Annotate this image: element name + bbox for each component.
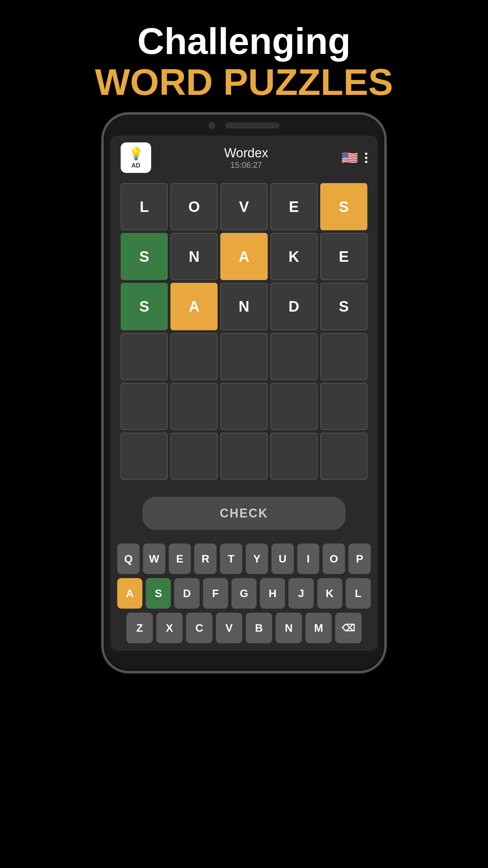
cell-2-4: S xyxy=(320,283,367,330)
dot3 xyxy=(365,161,367,163)
app-content: 💡 AD Wordex 15:06:27 🇺🇸 LOVESSNAKESANDS … xyxy=(110,136,378,651)
cell-1-2: A xyxy=(220,233,267,280)
grid-row-1: SNAKE xyxy=(121,233,367,280)
phone-speaker xyxy=(225,122,280,129)
key-Q[interactable]: Q xyxy=(117,544,140,574)
app-header-right: 🇺🇸 xyxy=(341,150,367,166)
flag-icon: 🇺🇸 xyxy=(341,150,358,166)
key-F[interactable]: F xyxy=(203,578,228,609)
key-S[interactable]: S xyxy=(146,578,171,609)
cell-2-1: A xyxy=(170,283,218,330)
cell-2-3: D xyxy=(270,283,318,330)
check-section: CHECK xyxy=(110,487,378,537)
cell-1-3: K xyxy=(270,233,318,280)
cell-0-4: S xyxy=(320,183,367,230)
cell-1-4: E xyxy=(320,233,367,280)
cell-5-2 xyxy=(220,433,267,480)
cell-0-1: O xyxy=(170,183,218,230)
cell-2-0: S xyxy=(121,283,168,330)
key-M[interactable]: M xyxy=(305,613,332,643)
grid-row-5 xyxy=(121,433,367,480)
app-promo-header: Challenging WORD PUZZLES xyxy=(88,0,400,113)
grid-row-3 xyxy=(121,333,367,380)
lightbulb-icon: 💡 xyxy=(128,146,144,161)
key-T[interactable]: T xyxy=(220,544,242,574)
key-K[interactable]: K xyxy=(317,578,342,609)
cell-2-2: N xyxy=(220,283,267,330)
key-I[interactable]: I xyxy=(297,544,320,574)
app-timer: 15:06:27 xyxy=(224,160,268,170)
key-H[interactable]: H xyxy=(260,578,285,609)
cell-4-3 xyxy=(270,383,318,430)
grid-row-4 xyxy=(121,383,367,430)
key-P[interactable]: P xyxy=(348,544,371,574)
key-L[interactable]: L xyxy=(346,578,371,609)
key-⌫[interactable]: ⌫ xyxy=(335,613,362,643)
cell-1-1: N xyxy=(170,233,218,280)
key-U[interactable]: U xyxy=(271,544,294,574)
key-V[interactable]: V xyxy=(216,613,242,643)
phone-top-bar xyxy=(104,115,384,132)
key-O[interactable]: O xyxy=(323,544,345,574)
promo-line1: Challenging xyxy=(95,20,393,61)
grid-row-0: LOVES xyxy=(121,183,367,230)
key-W[interactable]: W xyxy=(143,544,165,574)
ad-button[interactable]: 💡 AD xyxy=(121,142,151,173)
keyboard-row-2: ASDFGHJKL xyxy=(117,578,371,609)
cell-3-3 xyxy=(270,333,318,380)
key-C[interactable]: C xyxy=(186,613,212,643)
key-X[interactable]: X xyxy=(156,613,183,643)
cell-4-0 xyxy=(121,383,168,430)
cell-0-2: V xyxy=(220,183,267,230)
key-Y[interactable]: Y xyxy=(246,544,268,574)
check-button[interactable]: CHECK xyxy=(142,497,346,530)
menu-button[interactable] xyxy=(365,153,367,163)
cell-3-4 xyxy=(320,333,367,380)
cell-0-0: L xyxy=(121,183,168,230)
grid-row-2: SANDS xyxy=(121,283,367,330)
cell-5-1 xyxy=(170,433,218,480)
cell-5-4 xyxy=(320,433,367,480)
key-E[interactable]: E xyxy=(169,544,191,574)
cell-4-1 xyxy=(170,383,218,430)
cell-5-3 xyxy=(270,433,318,480)
promo-line2: WORD PUZZLES xyxy=(95,61,393,102)
cell-3-1 xyxy=(170,333,218,380)
key-G[interactable]: G xyxy=(231,578,257,609)
key-A[interactable]: A xyxy=(117,578,142,609)
cell-4-2 xyxy=(220,383,267,430)
key-D[interactable]: D xyxy=(174,578,199,609)
dot1 xyxy=(365,153,367,155)
key-B[interactable]: B xyxy=(246,613,272,643)
dot2 xyxy=(365,157,367,159)
keyboard-row-3: ZXCVBNM⌫ xyxy=(117,613,371,643)
cell-3-0 xyxy=(121,333,168,380)
key-R[interactable]: R xyxy=(194,544,217,574)
ad-label: AD xyxy=(131,162,140,169)
cell-3-2 xyxy=(220,333,267,380)
cell-5-0 xyxy=(121,433,168,480)
game-grid: LOVESSNAKESANDS xyxy=(110,180,378,487)
keyboard-row-1: QWERTYUIOP xyxy=(117,544,371,574)
app-title: Wordex xyxy=(224,146,268,160)
app-header: 💡 AD Wordex 15:06:27 🇺🇸 xyxy=(110,136,378,180)
cell-1-0: S xyxy=(121,233,168,280)
cell-4-4 xyxy=(320,383,367,430)
cell-0-3: E xyxy=(270,183,318,230)
phone-frame: 💡 AD Wordex 15:06:27 🇺🇸 LOVESSNAKESANDS … xyxy=(102,113,386,673)
app-title-section: Wordex 15:06:27 xyxy=(224,146,268,170)
keyboard-section: QWERTYUIOP ASDFGHJKL ZXCVBNM⌫ xyxy=(110,537,378,651)
front-camera xyxy=(208,122,215,129)
key-J[interactable]: J xyxy=(288,578,313,609)
key-Z[interactable]: Z xyxy=(126,613,153,643)
key-N[interactable]: N xyxy=(276,613,302,643)
